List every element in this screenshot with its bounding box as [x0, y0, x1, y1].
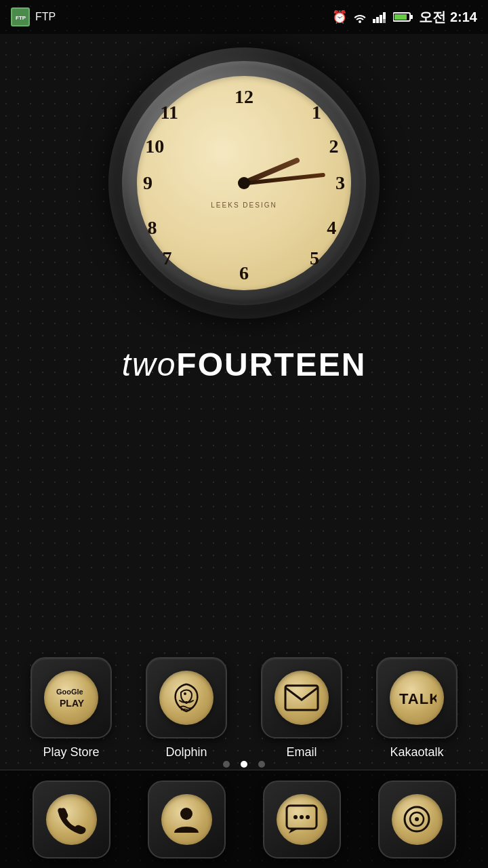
num-9: 9 [143, 172, 152, 194]
clock-brand: LEEKS DESIGN [211, 201, 277, 209]
num-8: 8 [147, 217, 157, 239]
dolphin-icon-box[interactable] [146, 657, 227, 738]
clock-face: 12 1 2 3 4 5 6 7 8 [137, 76, 352, 291]
svg-rect-12 [285, 686, 318, 710]
dolphin-svg [166, 677, 207, 718]
email-icon-box[interactable] [261, 657, 342, 738]
svg-rect-7 [410, 15, 413, 19]
app-item-dolphin[interactable]: Dolphin [146, 657, 227, 760]
dolphin-label: Dolphin [165, 745, 207, 760]
svg-point-11 [184, 692, 186, 695]
time-text-fourteen: FOURTEEN [176, 347, 366, 382]
contacts-svg [170, 803, 203, 835]
clock-outer: 12 1 2 3 4 5 6 7 8 [108, 47, 380, 319]
status-bar: FTP FTP ⏰ 오전 2:14 [0, 0, 488, 34]
email-icon-inner [274, 671, 329, 725]
num-12: 12 [235, 86, 253, 108]
svg-rect-8 [394, 14, 407, 20]
dock-menu[interactable] [378, 781, 456, 859]
clock-ring: 12 1 2 3 4 5 6 7 8 [122, 61, 366, 305]
kakaotalk-svg: TALK [397, 682, 436, 713]
dock-menu-inner [392, 794, 443, 845]
dock-messages-inner [277, 794, 327, 845]
svg-rect-3 [380, 15, 382, 23]
app-item-email[interactable]: Email [261, 657, 342, 760]
ftp-label: FTP [35, 11, 56, 23]
dock-phone[interactable] [33, 781, 110, 859]
status-time: 오전 2:14 [419, 8, 477, 26]
page-dot-2[interactable] [241, 761, 247, 768]
svg-rect-2 [376, 17, 379, 23]
dock-messages[interactable] [263, 781, 341, 859]
alarm-icon: ⏰ [332, 9, 347, 24]
kakaotalk-icon-inner: TALK [390, 671, 444, 725]
play-store-icon-box[interactable]: GooGle PLAY [30, 657, 112, 738]
apps-row: GooGle PLAY Play Store [0, 657, 488, 760]
email-svg [283, 684, 320, 712]
email-label: Email [286, 745, 317, 760]
wifi-icon [352, 11, 367, 23]
dock-phone-inner [46, 794, 97, 845]
svg-rect-5 [383, 12, 386, 19]
svg-text:FTP: FTP [16, 15, 26, 21]
kakaotalk-icon-box[interactable]: TALK [376, 657, 458, 738]
dock-contacts-inner [161, 794, 212, 845]
dolphin-icon-inner [159, 671, 214, 725]
clock-center-dot [238, 177, 250, 189]
svg-text:PLAY: PLAY [60, 698, 85, 709]
play-store-label: Play Store [43, 745, 99, 760]
num-5: 5 [310, 248, 319, 269]
play-store-svg: GooGle PLAY [53, 681, 89, 715]
dock-contacts[interactable] [148, 781, 226, 859]
messages-svg [285, 804, 319, 835]
clock-widget: 12 1 2 3 4 5 6 7 8 [108, 47, 380, 319]
svg-point-14 [180, 808, 192, 820]
phone-svg [55, 803, 87, 835]
ftp-app-icon: FTP [11, 7, 30, 26]
svg-text:TALK: TALK [399, 690, 436, 707]
num-3: 3 [336, 172, 345, 194]
play-store-icon-inner: GooGle PLAY [44, 671, 98, 725]
status-left: FTP FTP [11, 7, 56, 26]
svg-text:GooGle: GooGle [56, 688, 83, 696]
num-6: 6 [239, 262, 249, 284]
num-7: 7 [163, 248, 172, 269]
num-1: 1 [312, 102, 321, 123]
app-item-play-store[interactable]: GooGle PLAY Play Store [30, 657, 112, 760]
page-dots [223, 761, 265, 768]
svg-point-18 [306, 815, 310, 819]
svg-rect-1 [373, 19, 375, 23]
time-text-two: two [122, 347, 177, 382]
num-4: 4 [327, 217, 336, 239]
num-2: 2 [329, 136, 338, 157]
svg-point-21 [415, 817, 419, 821]
kakaotalk-label: Kakaotalk [390, 745, 443, 760]
page-dot-3[interactable] [258, 761, 265, 768]
num-10: 10 [145, 136, 164, 157]
battery-icon [393, 11, 413, 23]
status-right: ⏰ 오전 2:14 [332, 8, 477, 26]
page-dot-1[interactable] [223, 761, 230, 768]
svg-point-16 [293, 815, 298, 819]
svg-point-17 [300, 815, 304, 819]
signal-icon [373, 11, 388, 23]
time-display-text: twoFOURTEEN [122, 346, 367, 383]
app-item-kakaotalk[interactable]: TALK Kakaotalk [376, 657, 458, 760]
bottom-dock [0, 770, 488, 868]
menu-circle-svg [401, 803, 433, 835]
num-11: 11 [160, 102, 178, 123]
